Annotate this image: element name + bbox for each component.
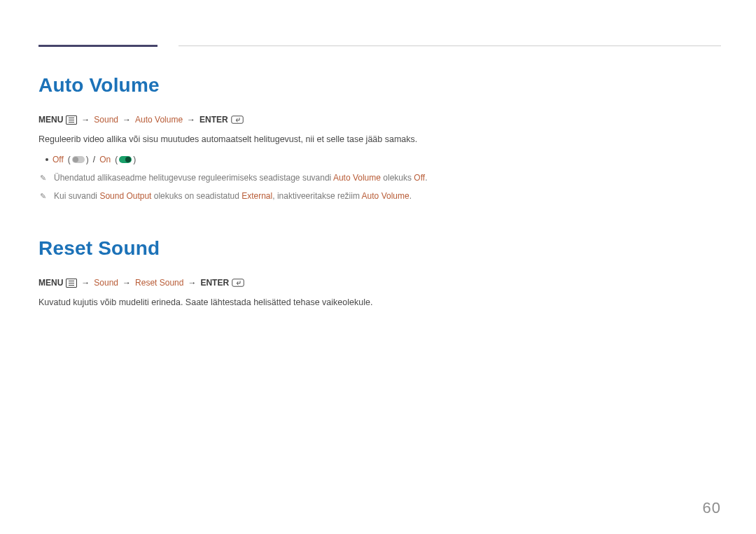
enter-icon bbox=[232, 279, 244, 287]
note-1: Ühendatud allikaseadme helitugevuse regu… bbox=[40, 171, 432, 184]
option-separator: / bbox=[93, 155, 95, 164]
description-auto-volume: Reguleerib video allika või sisu muutude… bbox=[38, 133, 424, 146]
path-sound: Sound bbox=[94, 113, 118, 126]
svg-rect-1 bbox=[232, 279, 244, 287]
description-reset-sound: Kuvatud kujutis võib mudeliti erineda. S… bbox=[38, 296, 424, 309]
section-reset-sound: Reset Sound MENU → Sound → Reset Sound →… bbox=[38, 237, 721, 309]
path-auto-volume: Auto Volume bbox=[135, 113, 183, 126]
enter-icon bbox=[231, 115, 244, 124]
menu-label: MENU bbox=[38, 276, 63, 289]
toggle-on-icon bbox=[119, 156, 132, 163]
arrow-icon: → bbox=[121, 113, 132, 126]
arrow-icon: → bbox=[80, 113, 91, 126]
toggle-off: ( ) bbox=[68, 155, 89, 164]
bullet-icon bbox=[46, 158, 48, 161]
manual-page: Auto Volume MENU → Sound → Auto Volume →… bbox=[0, 0, 756, 534]
menu-icon bbox=[66, 115, 77, 125]
enter-label: ENTER bbox=[200, 113, 228, 126]
pencil-icon bbox=[40, 171, 47, 184]
option-on-label: On bbox=[99, 155, 111, 164]
heading-reset-sound: Reset Sound bbox=[38, 237, 721, 260]
note-1-text: Ühendatud allikaseadme helitugevuse regu… bbox=[54, 171, 432, 184]
option-row: Off ( ) / On ( ) bbox=[46, 155, 721, 164]
path-reset-sound: Reset Sound bbox=[135, 276, 183, 289]
breadcrumb-auto-volume: MENU → Sound → Auto Volume → ENTER bbox=[38, 113, 721, 126]
heading-auto-volume: Auto Volume bbox=[38, 74, 721, 97]
toggle-off-icon bbox=[72, 156, 85, 163]
accent-bar bbox=[38, 45, 158, 47]
arrow-icon: → bbox=[186, 113, 197, 126]
path-sound: Sound bbox=[94, 276, 118, 289]
menu-icon bbox=[66, 279, 77, 288]
arrow-icon: → bbox=[80, 276, 91, 289]
pencil-icon bbox=[40, 190, 47, 202]
option-off-label: Off bbox=[52, 155, 64, 164]
note-2-text: Kui suvandi Sound Output olekuks on sead… bbox=[54, 190, 432, 202]
enter-label: ENTER bbox=[200, 276, 229, 289]
svg-rect-0 bbox=[232, 116, 244, 124]
note-2: Kui suvandi Sound Output olekuks on sead… bbox=[40, 190, 432, 202]
top-rule bbox=[38, 42, 721, 49]
section-auto-volume: Auto Volume MENU → Sound → Auto Volume →… bbox=[38, 74, 721, 202]
arrow-icon: → bbox=[186, 276, 197, 289]
toggle-on: ( ) bbox=[115, 155, 136, 164]
breadcrumb-reset-sound: MENU → Sound → Reset Sound → ENTER bbox=[38, 276, 721, 289]
arrow-icon: → bbox=[121, 276, 132, 289]
menu-label: MENU bbox=[38, 113, 63, 126]
divider-line bbox=[178, 45, 721, 46]
page-number: 60 bbox=[703, 499, 721, 517]
